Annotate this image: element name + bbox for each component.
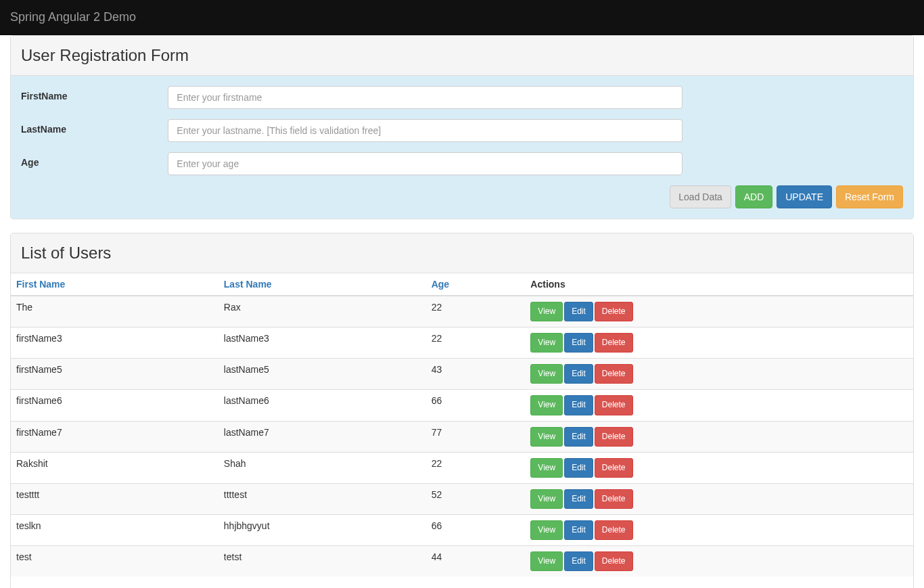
view-button[interactable]: View [530,427,563,447]
cell-age: 66 [426,514,526,545]
cell-actions: ViewEditDelete [525,452,913,483]
cell-age: 22 [426,327,526,359]
cell-last-name: lastName7 [218,421,426,452]
cell-last-name: Shah [218,452,426,483]
cell-actions: ViewEditDelete [525,359,913,390]
cell-first-name: teslkn [11,514,218,545]
cell-actions: ViewEditDelete [525,390,913,421]
delete-button[interactable]: Delete [595,489,633,509]
list-body: First Name Last Name Age Actions TheRax2… [11,273,913,576]
edit-button[interactable]: Edit [564,333,593,353]
last-name-label: LastName [21,119,168,142]
edit-button[interactable]: Edit [564,395,593,415]
delete-button[interactable]: Delete [595,333,633,353]
cell-actions: ViewEditDelete [525,327,913,359]
view-button[interactable]: View [530,458,563,478]
cell-last-name: hhjbhgvyut [218,514,426,545]
delete-button[interactable]: Delete [595,551,633,571]
delete-button[interactable]: Delete [595,364,633,384]
load-data-button[interactable]: Load Data [670,185,731,208]
table-row: firstName6lastName666ViewEditDelete [11,390,913,421]
cell-actions: ViewEditDelete [525,514,913,545]
delete-button[interactable]: Delete [595,458,633,478]
cell-actions: ViewEditDelete [525,421,913,452]
reset-form-button[interactable]: Reset Form [836,185,903,208]
view-button[interactable]: View [530,302,563,321]
delete-button[interactable]: Delete [595,520,633,540]
age-label: Age [21,152,168,175]
cell-last-name: Rax [218,296,426,327]
edit-button[interactable]: Edit [564,458,593,478]
cell-age: 22 [426,452,526,483]
cell-first-name: testttt [11,483,218,514]
cell-last-name: lastName3 [218,327,426,359]
cell-actions: ViewEditDelete [525,483,913,514]
table-row: teslknhhjbhgvyut66ViewEditDelete [11,514,913,545]
table-row: firstName3lastName322ViewEditDelete [11,327,913,359]
edit-button[interactable]: Edit [564,364,593,384]
cell-age: 52 [426,483,526,514]
form-body: FirstName LastName Age Load Data ADD [11,76,913,219]
cell-age: 66 [426,390,526,421]
cell-age: 22 [426,296,526,327]
cell-first-name: firstName3 [11,327,218,359]
sort-age[interactable]: Age [432,279,449,290]
cell-first-name: firstName6 [11,390,218,421]
cell-actions: ViewEditDelete [525,296,913,327]
cell-age: 77 [426,421,526,452]
navbar: Spring Angular 2 Demo [0,0,924,35]
cell-first-name: firstName5 [11,359,218,390]
last-name-input[interactable] [168,119,683,142]
view-button[interactable]: View [530,395,563,415]
edit-button[interactable]: Edit [564,489,593,509]
actions-header: Actions [525,273,913,296]
table-row: firstName5lastName543ViewEditDelete [11,359,913,390]
view-button[interactable]: View [530,520,563,540]
delete-button[interactable]: Delete [595,427,633,447]
view-button[interactable]: View [530,333,563,353]
update-button[interactable]: UPDATE [777,185,832,208]
list-title: List of Users [21,244,903,263]
edit-button[interactable]: Edit [564,520,593,540]
panel-heading: User Registration Form [11,36,913,76]
cell-first-name: Rakshit [11,452,218,483]
add-button[interactable]: ADD [735,185,773,208]
navbar-brand[interactable]: Spring Angular 2 Demo [10,10,136,24]
view-button[interactable]: View [530,364,563,384]
first-name-input[interactable] [168,86,683,109]
form-title: User Registration Form [21,46,903,65]
cell-last-name: tetst [218,546,426,577]
cell-first-name: firstName7 [11,421,218,452]
age-input[interactable] [168,152,683,175]
delete-button[interactable]: Delete [595,395,633,415]
cell-first-name: The [11,296,218,327]
table-row: TheRax22ViewEditDelete [11,296,913,327]
cell-last-name: lastName5 [218,359,426,390]
users-table: First Name Last Name Age Actions TheRax2… [11,273,913,576]
table-row: RakshitShah22ViewEditDelete [11,452,913,483]
table-row: firstName7lastName777ViewEditDelete [11,421,913,452]
cell-first-name: test [11,546,218,577]
delete-button[interactable]: Delete [595,302,633,321]
view-button[interactable]: View [530,551,563,571]
user-registration-panel: User Registration Form FirstName LastNam… [10,35,914,219]
edit-button[interactable]: Edit [564,551,593,571]
sort-last-name[interactable]: Last Name [224,279,272,290]
table-row: testtttttttest52ViewEditDelete [11,483,913,514]
edit-button[interactable]: Edit [564,427,593,447]
cell-last-name: lastName6 [218,390,426,421]
sort-first-name[interactable]: First Name [16,279,65,290]
cell-actions: ViewEditDelete [525,546,913,577]
cell-last-name: ttttest [218,483,426,514]
panel-heading: List of Users [11,233,913,273]
form-actions: Load Data ADD UPDATE Reset Form [21,185,903,208]
first-name-label: FirstName [21,86,168,109]
cell-age: 44 [426,546,526,577]
table-row: testtetst44ViewEditDelete [11,546,913,577]
view-button[interactable]: View [530,489,563,509]
edit-button[interactable]: Edit [564,302,593,321]
cell-age: 43 [426,359,526,390]
user-list-panel: List of Users First Name Last Name Age A… [10,233,914,588]
